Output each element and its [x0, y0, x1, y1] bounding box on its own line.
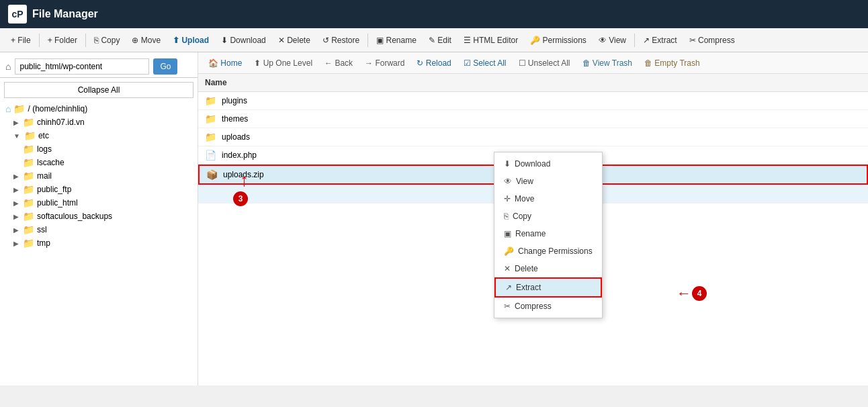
sidebar-item-lscache[interactable]: 📁 lscache — [0, 156, 198, 169]
address-input[interactable] — [15, 58, 149, 75]
unselect-all-button[interactable]: ☐ Unselect All — [514, 56, 575, 70]
file-row-uploads-folder[interactable]: 📁 uploads — [198, 128, 868, 146]
sidebar-item-etc[interactable]: ▼ 📁 etc — [0, 129, 198, 142]
folder-icon: 📁 — [24, 130, 36, 141]
address-go-button[interactable]: Go — [153, 58, 177, 75]
html-editor-toolbar-button[interactable]: ☰ HTML Editor — [458, 33, 523, 48]
key-icon: 🔑 — [504, 246, 514, 256]
up-level-button[interactable]: ⬆ Up One Level — [249, 56, 317, 70]
view-trash-button[interactable]: 🗑 View Trash — [578, 56, 637, 70]
extract-toolbar-button[interactable]: ↗ Extract — [638, 33, 683, 48]
forward-button[interactable]: → Forward — [360, 56, 409, 70]
empty-trash-button[interactable]: 🗑 Empty Trash — [640, 56, 705, 70]
sidebar-item-logs[interactable]: 📁 logs — [0, 142, 198, 156]
sidebar: ⌂ Go Collapse All ⌂ 📁 / (home/chinhliq) … — [0, 52, 198, 386]
address-home-icon: ⌂ — [5, 61, 11, 72]
address-bar: ⌂ Go — [0, 55, 198, 78]
sidebar-item-softaculous[interactable]: ▶ 📁 softaculous_backups — [0, 210, 198, 223]
sidebar-label: softaculous_backups — [37, 212, 112, 221]
ctx-label: Compress — [515, 302, 552, 311]
ctx-rename-item[interactable]: ▣ Rename — [494, 225, 602, 242]
sidebar-item-public-html[interactable]: ▶ 📁 public_html — [0, 196, 198, 210]
new-file-button[interactable]: + File — [5, 33, 36, 48]
sidebar-item-chinh07[interactable]: ▶ 📁 chinh07.id.vn — [0, 116, 198, 129]
app-logo: cP File Manager — [8, 5, 98, 24]
ctx-download-item[interactable]: ⬇ Download — [494, 155, 602, 173]
file-row-themes[interactable]: 📁 themes — [198, 110, 868, 128]
upload-toolbar-button[interactable]: ⬆ Upload — [167, 33, 214, 48]
collapse-all-button[interactable]: Collapse All — [4, 82, 193, 98]
sep3 — [367, 34, 368, 47]
folder-icon: 📁 — [205, 114, 216, 124]
permissions-toolbar-button[interactable]: 🔑 Permissions — [525, 33, 592, 48]
delete-toolbar-button[interactable]: ✕ Delete — [273, 33, 316, 48]
view-icon: 👁 — [504, 177, 512, 186]
ctx-label: Extract — [516, 283, 541, 292]
folder-icon: 📁 — [23, 144, 34, 154]
sidebar-item-ssl[interactable]: ▶ 📁 ssl — [0, 223, 198, 236]
folder-icon: 📁 — [205, 95, 216, 106]
ctx-label: Copy — [513, 212, 531, 221]
reload-button[interactable]: ↻ Reload — [412, 56, 455, 70]
root-folder-icon: 📁 — [13, 103, 25, 114]
compress-toolbar-button[interactable]: ✂ Compress — [684, 33, 740, 48]
app-title: File Manager — [32, 8, 98, 20]
file-area: 🏠 Home ⬆ Up One Level ← Back → Forward ↻… — [198, 52, 868, 386]
copy-icon: ⎘ — [504, 212, 509, 221]
folder-icon: 📁 — [23, 184, 34, 195]
sidebar-item-public-ftp[interactable]: ▶ 📁 public_ftp — [0, 183, 198, 196]
logo-icon: cP — [8, 5, 27, 24]
file-row-plugins[interactable]: 📁 plugins — [198, 92, 868, 110]
annotation-arrow-4: ← — [677, 285, 691, 302]
expand-icon: ▶ — [13, 199, 19, 207]
home-nav-button[interactable]: 🏠 Home — [204, 56, 247, 70]
new-folder-button[interactable]: + Folder — [42, 33, 83, 48]
view-toolbar-button[interactable]: 👁 View — [593, 33, 632, 48]
ctx-compress-item[interactable]: ✂ Compress — [494, 298, 602, 315]
copy-toolbar-button[interactable]: ⎘ Copy — [89, 33, 125, 48]
move-toolbar-button[interactable]: ⊕ Move — [126, 33, 166, 48]
nav-bar: 🏠 Home ⬆ Up One Level ← Back → Forward ↻… — [198, 52, 868, 74]
folder-icon: 📁 — [23, 171, 34, 181]
restore-toolbar-button[interactable]: ↺ Restore — [317, 33, 365, 48]
select-all-button[interactable]: ☑ Select All — [459, 56, 511, 70]
folder-icon: 📁 — [23, 238, 34, 248]
ctx-label: Rename — [515, 229, 546, 238]
sidebar-label: public_html — [37, 198, 78, 208]
back-button[interactable]: ← Back — [320, 56, 357, 70]
sidebar-label: etc — [38, 131, 49, 140]
delete-icon: ✕ — [504, 264, 511, 273]
compress-icon: ✂ — [504, 302, 511, 311]
sidebar-item-tmp[interactable]: ▶ 📁 tmp — [0, 236, 198, 250]
folder-icon: 📁 — [23, 224, 34, 235]
toolbar: + File + Folder ⎘ Copy ⊕ Move ⬆ Upload ⬇… — [0, 28, 868, 52]
file-name: index.php — [222, 150, 257, 160]
download-toolbar-button[interactable]: ⬇ Download — [216, 33, 271, 48]
ctx-delete-item[interactable]: ✕ Delete — [494, 260, 602, 277]
sidebar-label: logs — [37, 144, 52, 154]
sidebar-label: lscache — [37, 158, 64, 167]
main-layout: ⌂ Go Collapse All ⌂ 📁 / (home/chinhliq) … — [0, 52, 868, 386]
ctx-view-item[interactable]: 👁 View — [494, 173, 602, 190]
ctx-label: Download — [515, 159, 550, 169]
folder-icon: 📁 — [23, 197, 34, 208]
ctx-copy-item[interactable]: ⎘ Copy — [494, 208, 602, 225]
sidebar-label: mail — [37, 171, 52, 181]
sidebar-label: tmp — [37, 238, 50, 248]
sidebar-root[interactable]: ⌂ 📁 / (home/chinhliq) — [0, 102, 198, 116]
edit-toolbar-button[interactable]: ✎ Edit — [423, 33, 457, 48]
home-icon: ⌂ — [5, 103, 11, 114]
file-name: themes — [222, 114, 248, 124]
folder-icon: 📁 — [23, 117, 34, 128]
sidebar-item-mail[interactable]: ▶ 📁 mail — [0, 169, 198, 183]
ctx-permissions-item[interactable]: 🔑 Change Permissions — [494, 242, 602, 260]
header: cP File Manager — [0, 0, 868, 28]
name-column-header: Name — [205, 78, 227, 87]
ctx-move-item[interactable]: ✛ Move — [494, 190, 602, 208]
sidebar-label: public_ftp — [37, 185, 71, 194]
zip-file-icon: 📦 — [206, 169, 218, 180]
expand-icon: ▶ — [13, 213, 19, 220]
ctx-extract-item[interactable]: ↗ Extract — [494, 277, 602, 298]
rename-toolbar-button[interactable]: ▣ Rename — [371, 33, 422, 48]
sep1 — [39, 34, 40, 47]
